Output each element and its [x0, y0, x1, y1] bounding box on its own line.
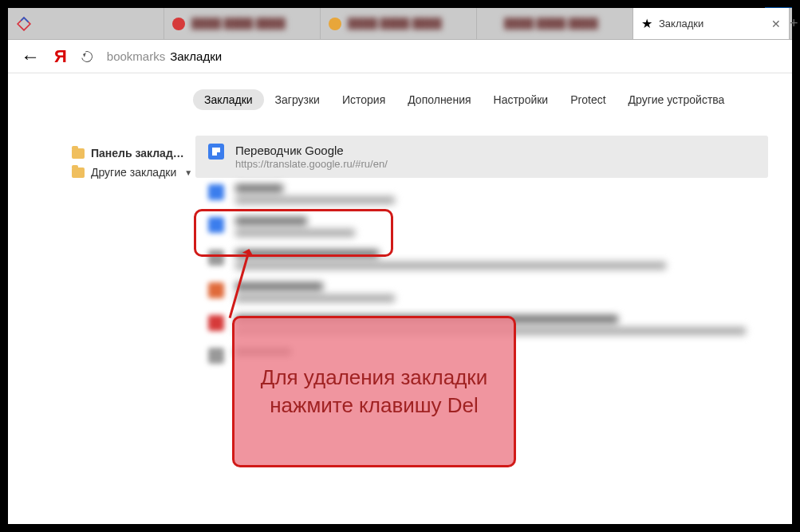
tab-title: ████ ████ ████ — [191, 18, 312, 30]
sidebar-other-bookmarks[interactable]: Другие закладки ▼ — [72, 163, 195, 182]
site-icon — [208, 184, 224, 200]
site-icon — [208, 282, 224, 298]
address-text[interactable]: bookmarks Закладки — [107, 49, 222, 63]
back-button[interactable]: ← — [21, 47, 40, 66]
nav-bookmarks[interactable]: Закладки — [193, 89, 264, 110]
sidebar-item-label: Панель заклад… — [91, 147, 184, 160]
bookmark-row-blurred[interactable] — [195, 243, 768, 276]
bookmark-title: Переводчик Google — [235, 144, 388, 157]
google-translate-icon — [208, 144, 224, 160]
site-icon — [208, 348, 224, 364]
yandex-logo-icon[interactable]: Я — [54, 46, 67, 67]
settings-nav: Закладки Загрузки История Дополнения Нас… — [8, 73, 792, 124]
site-icon — [208, 250, 224, 266]
site-icon — [329, 18, 341, 30]
bookmark-row-blurred[interactable] — [195, 211, 768, 243]
tab-1[interactable]: ████ ████ ████ — [164, 8, 321, 39]
chevron-down-icon: ▼ — [184, 168, 192, 177]
bookmarks-sidebar: Панель заклад… Другие закладки ▼ — [72, 124, 195, 524]
address-prefix: bookmarks — [107, 49, 165, 63]
site-icon — [485, 18, 498, 30]
address-page: Закладки — [170, 49, 222, 63]
tab-title: ████ ████ ████ — [504, 18, 625, 30]
tab-3[interactable]: ████ ████ ████ — [477, 8, 633, 39]
sidebar-bookmarks-bar[interactable]: Панель заклад… — [72, 144, 195, 163]
nav-other-devices[interactable]: Другие устройства — [617, 89, 736, 110]
folder-icon — [72, 148, 85, 159]
nav-history[interactable]: История — [331, 89, 396, 110]
bookmark-url: https://translate.google.ru/#ru/en/ — [235, 158, 388, 170]
tab-2[interactable]: ████ ████ ████ — [321, 8, 477, 39]
close-tab-button[interactable]: ✕ — [771, 18, 781, 30]
yandex-rhombus-icon — [16, 16, 32, 32]
bookmark-row-blurred[interactable] — [195, 276, 768, 309]
address-bar: ← Я bookmarks Закладки — [8, 40, 792, 73]
plus-icon: + — [790, 15, 798, 32]
site-icon — [208, 315, 224, 331]
nav-settings[interactable]: Настройки — [483, 89, 560, 110]
site-icon — [172, 18, 185, 30]
tab-strip: ████ ████ ████ ████ ████ ████ ████ ████ … — [8, 8, 792, 40]
bookmark-row[interactable]: Переводчик Google https://translate.goog… — [195, 136, 768, 178]
folder-icon — [72, 167, 85, 178]
nav-addons[interactable]: Дополнения — [396, 89, 482, 110]
callout-text: Для удаления закладки нажмите клавишу De… — [246, 364, 502, 420]
site-icon — [208, 217, 224, 233]
star-icon: ★ — [641, 18, 652, 30]
nav-protect[interactable]: Protect — [559, 89, 617, 110]
new-tab-button[interactable]: + — [790, 8, 798, 39]
tab-title: ████ ████ ████ — [348, 18, 468, 30]
tab-bookmarks[interactable]: ★ Закладки ✕ — [633, 8, 790, 39]
reload-button[interactable] — [81, 51, 93, 62]
bookmark-row-blurred[interactable] — [195, 178, 768, 211]
nav-downloads[interactable]: Загрузки — [264, 89, 331, 110]
app-tab — [8, 8, 164, 39]
tab-title: Закладки — [659, 18, 765, 30]
annotation-callout: Для удаления закладки нажмите клавишу De… — [232, 316, 516, 467]
content-area: Закладки Загрузки История Дополнения Нас… — [8, 73, 792, 524]
sidebar-item-label: Другие закладки — [91, 166, 176, 179]
browser-window: ████ ████ ████ ████ ████ ████ ████ ████ … — [7, 7, 793, 525]
